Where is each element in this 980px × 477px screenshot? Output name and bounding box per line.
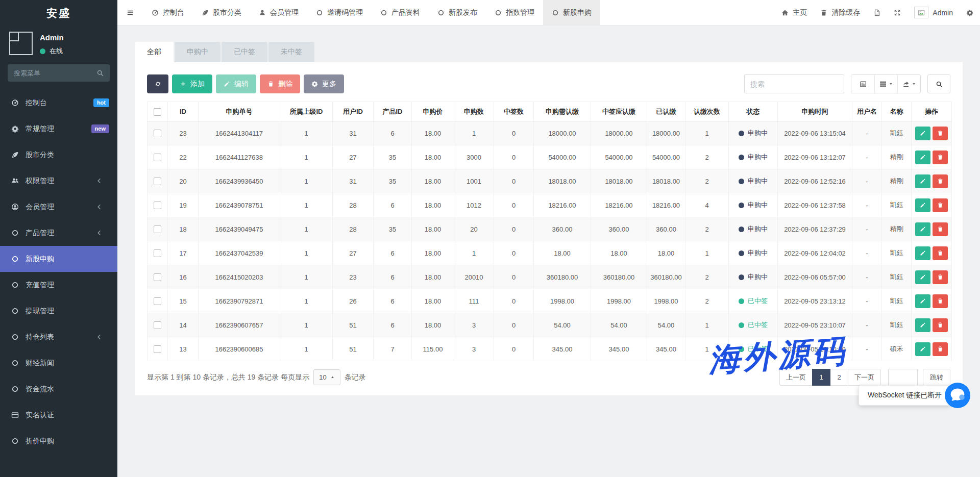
row-delete-button[interactable]: [933, 294, 948, 308]
navbar-username: Admin: [933, 9, 953, 17]
sidebar-item-11[interactable]: 资金流水: [0, 376, 117, 402]
row-checkbox[interactable]: [154, 297, 161, 305]
topnav-item-7[interactable]: 新股申购: [543, 0, 600, 25]
row-checkbox[interactable]: [154, 273, 161, 281]
row-delete-button[interactable]: [933, 318, 948, 332]
row-edit-button[interactable]: [915, 342, 930, 356]
more-button[interactable]: 更多: [304, 74, 344, 93]
table-row[interactable]: 2016624399364501313518.001001018018.0018…: [148, 169, 952, 193]
tab-2[interactable]: 已中签: [222, 42, 267, 62]
page-jump-input[interactable]: [888, 369, 918, 386]
tab-1[interactable]: 申购中: [175, 42, 220, 62]
row-edit-button[interactable]: [915, 270, 930, 284]
topnav-item-3[interactable]: 邀请码管理: [307, 0, 372, 25]
table-row[interactable]: 151662390792871126618.0011101998.001998.…: [148, 289, 952, 313]
next-page-button[interactable]: 下一页: [848, 369, 881, 386]
sidebar-search-input[interactable]: [14, 69, 96, 77]
table-row[interactable]: 161662415020203123618.00200100360180.003…: [148, 265, 952, 289]
sidebar-item-6[interactable]: 新股申购: [0, 246, 117, 272]
table-row[interactable]: 191662439078751128618.001012018216.00182…: [148, 193, 952, 217]
row-edit-button[interactable]: [915, 150, 930, 164]
select-all-checkbox[interactable]: [154, 108, 161, 116]
topnav-item-0[interactable]: 控制台: [143, 0, 193, 25]
export-button[interactable]: [897, 75, 920, 93]
row-delete-button[interactable]: [933, 342, 948, 356]
table-row[interactable]: 1816624390494751283518.00200360.00360.00…: [148, 217, 952, 241]
cell-id: 23: [168, 121, 199, 145]
table-row[interactable]: 2216624411276381273518.003000054000.0054…: [148, 145, 952, 169]
row-checkbox[interactable]: [154, 321, 161, 329]
fullscreen-button[interactable]: [887, 0, 908, 25]
tab-0[interactable]: 全部: [135, 42, 174, 62]
table-row[interactable]: 141662390607657151618.003054.0054.0054.0…: [148, 313, 952, 337]
page-button-1[interactable]: 1: [812, 369, 830, 386]
table-row[interactable]: 171662437042539127618.001018.0018.0018.0…: [148, 241, 952, 265]
row-edit-button[interactable]: [915, 294, 930, 308]
sidebar-item-label: 折价申购: [26, 437, 54, 446]
tab-3[interactable]: 未中签: [268, 42, 314, 62]
table-row[interactable]: 1316623906006851517115.0030345.00345.003…: [148, 337, 952, 361]
home-button[interactable]: 主页: [775, 0, 814, 25]
row-delete-button[interactable]: [933, 174, 948, 188]
add-button[interactable]: 添加: [172, 74, 212, 93]
sidebar-item-12[interactable]: 实名认证: [0, 402, 117, 428]
row-checkbox[interactable]: [154, 154, 161, 161]
row-checkbox[interactable]: [154, 249, 161, 257]
sidebar-item-7[interactable]: 充值管理: [0, 272, 117, 298]
sidebar-item-9[interactable]: 持仓列表: [0, 324, 117, 350]
detail-view-button[interactable]: [851, 75, 874, 93]
delete-button[interactable]: 删除: [260, 74, 300, 93]
sidebar-item-4[interactable]: 会员管理: [0, 194, 117, 220]
sidebar-item-2[interactable]: 股市分类: [0, 142, 117, 168]
clear-cache-button[interactable]: 清除缓存: [814, 0, 867, 25]
row-delete-button[interactable]: [933, 198, 948, 212]
row-delete-button[interactable]: [933, 246, 948, 260]
button-label: 编辑: [234, 80, 249, 89]
row-checkbox[interactable]: [154, 178, 161, 185]
topnav-item-5[interactable]: 新股发布: [429, 0, 486, 25]
row-delete-button[interactable]: [933, 222, 948, 236]
status-badge: 申购中: [739, 200, 768, 210]
search-button[interactable]: [927, 74, 950, 93]
topnav-item-4[interactable]: 产品资料: [372, 0, 429, 25]
cell-prod: 35: [374, 145, 412, 169]
topnav-item-2[interactable]: 会员管理: [250, 0, 307, 25]
cell-username: -: [852, 145, 882, 169]
prev-page-button[interactable]: 上一页: [779, 369, 813, 386]
row-delete-button[interactable]: [933, 127, 948, 140]
sidebar-item-1[interactable]: 常规管理new: [0, 116, 117, 142]
sidebar-item-10[interactable]: 财经新闻: [0, 350, 117, 376]
table-row[interactable]: 231662441304117131618.001018000.0018000.…: [148, 121, 952, 145]
edit-button[interactable]: 编辑: [216, 74, 256, 93]
sidebar-item-13[interactable]: 折价申购: [0, 428, 117, 454]
settings-button[interactable]: [960, 0, 980, 25]
user-menu[interactable]: Admin: [908, 0, 960, 25]
language-button[interactable]: [867, 0, 887, 25]
page-button-2[interactable]: 2: [830, 369, 848, 386]
refresh-button[interactable]: [147, 74, 168, 93]
row-delete-button[interactable]: [933, 270, 948, 284]
row-checkbox[interactable]: [154, 202, 161, 209]
sidebar-item-3[interactable]: 权限管理: [0, 168, 117, 194]
row-edit-button[interactable]: [915, 127, 930, 140]
cell-name: 凱鈺: [882, 313, 912, 337]
table-search-input[interactable]: [744, 74, 844, 93]
row-checkbox[interactable]: [154, 345, 161, 353]
columns-button[interactable]: [874, 75, 897, 93]
sidebar-item-8[interactable]: 提现管理: [0, 298, 117, 324]
sidebar-item-5[interactable]: 产品管理: [0, 220, 117, 246]
menu-toggle-button[interactable]: [117, 0, 143, 25]
page-size-select[interactable]: 10: [313, 369, 340, 385]
chat-button[interactable]: [945, 383, 970, 408]
row-delete-button[interactable]: [933, 150, 948, 164]
row-checkbox[interactable]: [154, 225, 161, 233]
topnav-item-6[interactable]: 指数管理: [486, 0, 543, 25]
row-edit-button[interactable]: [915, 318, 930, 332]
row-edit-button[interactable]: [915, 246, 930, 260]
row-edit-button[interactable]: [915, 222, 930, 236]
row-checkbox[interactable]: [154, 130, 161, 137]
row-edit-button[interactable]: [915, 198, 930, 212]
topnav-item-1[interactable]: 股市分类: [193, 0, 250, 25]
row-edit-button[interactable]: [915, 174, 930, 188]
sidebar-item-0[interactable]: 控制台hot: [0, 90, 117, 116]
